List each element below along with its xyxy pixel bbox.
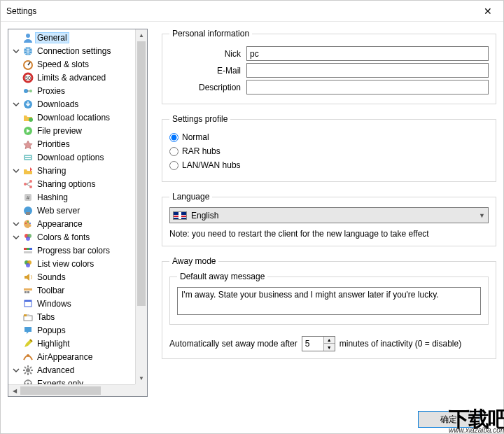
tree-item-dl-locations[interactable]: Download locations: [8, 111, 147, 124]
description-input[interactable]: [246, 80, 489, 94]
away-message-input[interactable]: [177, 287, 481, 315]
titlebar: Settings ✕: [1, 1, 503, 22]
tree-item-dl-options[interactable]: Download options: [8, 150, 147, 164]
tree-item-air-appearance[interactable]: AirAppearance: [8, 350, 147, 363]
tree-item-sounds[interactable]: Sounds: [8, 270, 147, 284]
svg-rect-29: [27, 248, 29, 250]
scroll-left-icon[interactable]: ◀: [8, 385, 20, 396]
collapse-icon[interactable]: [11, 219, 21, 229]
collapse-icon[interactable]: [11, 166, 21, 176]
scroll-thumb[interactable]: [137, 41, 146, 306]
vertical-scrollbar[interactable]: ▲ ▼: [135, 29, 147, 384]
settings-window: Settings ✕ General Connection settings: [0, 0, 504, 434]
away-minutes-spinner[interactable]: ▲ ▼: [302, 336, 335, 351]
tree-item-connection[interactable]: Connection settings: [8, 44, 147, 57]
scroll-up-icon[interactable]: ▲: [136, 29, 147, 41]
tree-label: Downloads: [35, 99, 80, 110]
svg-point-15: [24, 183, 27, 186]
scroll-down-icon[interactable]: ▼: [136, 372, 147, 384]
svg-point-43: [27, 354, 29, 357]
tree-label: Sharing: [35, 165, 68, 176]
svg-rect-12: [24, 155, 32, 160]
tree-label: Sounds: [35, 272, 68, 283]
away-minutes-input[interactable]: [302, 337, 323, 351]
auto-away-label-before: Automatically set away mode after: [169, 339, 298, 349]
scroll-thumb[interactable]: [20, 386, 101, 395]
radio-input[interactable]: [169, 161, 178, 170]
nick-input[interactable]: [246, 46, 489, 61]
tree-item-downloads[interactable]: Downloads: [8, 97, 147, 111]
tree-item-listview-colors[interactable]: List view colors: [8, 257, 147, 270]
language-select[interactable]: English ▼: [169, 207, 489, 223]
profile-rar-radio[interactable]: RAR hubs: [169, 146, 489, 156]
tree-item-webserver[interactable]: Web server: [8, 204, 147, 217]
tree-item-progressbar-colors[interactable]: Progress bar colors: [8, 244, 147, 257]
limit-icon: 50: [22, 72, 34, 83]
settings-profile-group: Settings profile Normal RAR hubs LAN/WAN…: [162, 114, 496, 182]
svg-text:50: 50: [25, 76, 31, 80]
tree-item-tabs[interactable]: Tabs: [8, 310, 147, 323]
user-icon: [22, 32, 34, 43]
tree-item-hashing[interactable]: # Hashing: [8, 190, 147, 204]
tree-item-sharing[interactable]: Sharing: [8, 164, 147, 177]
settings-tree[interactable]: General Connection settings Speed & slot…: [8, 29, 147, 396]
collapse-icon[interactable]: [11, 46, 21, 56]
svg-point-24: [29, 223, 31, 224]
tree-item-appearance[interactable]: Appearance: [8, 217, 147, 230]
hash-icon: #: [22, 192, 34, 203]
tree-label: Colors & fonts: [35, 232, 92, 243]
tree-item-colors-fonts[interactable]: Colors & fonts: [8, 230, 147, 244]
tree-item-limits[interactable]: 50 Limits & advanced: [8, 71, 147, 84]
tree-item-file-preview[interactable]: File preview: [8, 124, 147, 137]
svg-rect-13: [25, 156, 31, 157]
sound-icon: [22, 272, 34, 283]
tree-item-toolbar[interactable]: Toolbar: [8, 284, 147, 297]
horizontal-scrollbar[interactable]: ◀ ▶: [8, 384, 147, 396]
svg-rect-35: [24, 288, 32, 290]
svg-point-0: [26, 34, 30, 38]
radio-label: RAR hubs: [182, 146, 220, 156]
ok-button[interactable]: 确定: [418, 411, 479, 428]
colors-icon: [22, 232, 34, 243]
tree-item-proxies[interactable]: Proxies: [8, 84, 147, 97]
webserver-icon: [22, 205, 34, 216]
tree-label: Web server: [35, 205, 82, 216]
personal-info-group: Personal information Nick E-Mail Descrip…: [162, 29, 496, 104]
tree-label: Highlight: [35, 338, 72, 349]
tree-label: Windows: [35, 298, 74, 309]
gear-icon: [22, 365, 34, 376]
radio-input[interactable]: [169, 133, 178, 142]
tree-item-windows[interactable]: Windows: [8, 297, 147, 310]
tree-label: Appearance: [35, 218, 85, 230]
window-close-button[interactable]: ✕: [472, 1, 503, 22]
email-input[interactable]: [246, 63, 489, 78]
tree-label: Popups: [35, 325, 68, 336]
tree-item-general[interactable]: General: [8, 31, 147, 44]
tree-item-highlight[interactable]: Highlight: [8, 337, 147, 350]
play-icon: [22, 125, 34, 136]
tree-label: AirAppearance: [35, 351, 94, 363]
tree-item-sharing-options[interactable]: Sharing options: [8, 177, 147, 190]
svg-rect-40: [24, 316, 32, 321]
tree-item-speed[interactable]: Speed & slots: [8, 57, 147, 71]
proxy-icon: [22, 85, 34, 97]
profile-lanwan-radio[interactable]: LAN/WAN hubs: [169, 160, 489, 170]
radio-input[interactable]: [169, 147, 178, 156]
tree-item-priorities[interactable]: Priorities: [8, 137, 147, 150]
profile-normal-radio[interactable]: Normal: [169, 132, 489, 142]
language-value: English: [191, 211, 218, 220]
tree-item-popups[interactable]: Popups: [8, 323, 147, 337]
tree-label: General: [35, 32, 69, 43]
tree-item-advanced[interactable]: Advanced: [8, 363, 147, 377]
collapse-icon[interactable]: [11, 232, 21, 242]
settings-form: Personal information Nick E-Mail Descrip…: [162, 29, 496, 429]
nick-label: Nick: [169, 49, 246, 59]
spinner-up-icon[interactable]: ▲: [324, 337, 335, 344]
svg-line-50: [30, 372, 31, 374]
collapse-icon[interactable]: [11, 365, 21, 375]
collapse-icon[interactable]: [11, 99, 21, 109]
tree-label: Toolbar: [35, 285, 66, 296]
windows-icon: [22, 298, 34, 309]
spinner-down-icon[interactable]: ▼: [324, 344, 335, 351]
dialog-buttons: 确定: [418, 411, 479, 428]
